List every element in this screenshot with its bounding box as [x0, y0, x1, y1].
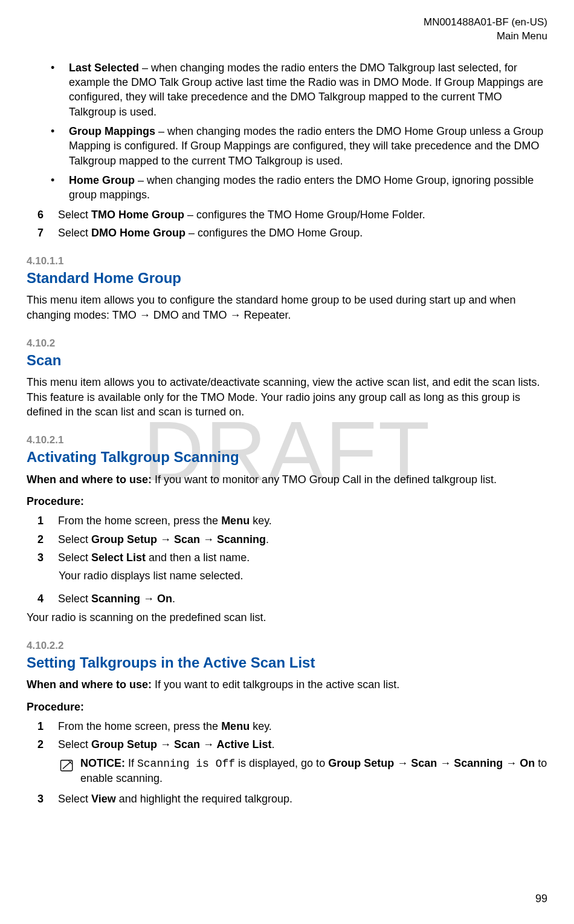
section-number: 4.10.1.1: [27, 255, 547, 268]
step-c: and then a list name.: [146, 551, 250, 564]
step-text: From the home screen, press the Menu key…: [58, 719, 272, 734]
step-number: 1: [37, 513, 58, 528]
when-where: When and where to use: If you want to ed…: [27, 677, 547, 692]
page-content: MN001488A01-BF (en-US) Main Menu • Last …: [27, 16, 547, 806]
bullet-term: Last Selected: [69, 62, 139, 74]
step-text: Select View and highlight the required t…: [58, 792, 292, 806]
step-c: key.: [250, 515, 272, 527]
section-title: Scan: [27, 351, 547, 370]
paragraph: This menu item allows you to configure t…: [27, 293, 547, 322]
bullet-item: • Group Mappings – when changing modes t…: [51, 124, 547, 168]
bullet-term: Home Group: [69, 174, 135, 186]
bullet-term: Group Mappings: [69, 125, 155, 137]
notice-text: NOTICE: If Scanning is Off is displayed,…: [80, 756, 547, 786]
step-b: Menu: [221, 720, 250, 732]
step-a: Select: [58, 738, 91, 750]
bullet-rest: – when changing modes the radio enters t…: [69, 174, 534, 201]
notice-b: is displayed, go to: [235, 757, 328, 769]
step-item: 1 From the home screen, press the Menu k…: [37, 513, 547, 528]
section-title: Standard Home Group: [27, 268, 547, 288]
step-text: Select DMO Home Group – configures the D…: [58, 226, 363, 240]
section-number: 4.10.2: [27, 337, 547, 351]
paragraph: This menu item allows you to activate/de…: [27, 375, 547, 419]
doc-section: Main Menu: [27, 30, 547, 44]
step-a: Select: [58, 551, 91, 564]
step-b: Scanning → On: [91, 593, 172, 605]
step-a: From the home screen, press the: [58, 515, 221, 527]
step-b: View: [91, 793, 116, 805]
when-label: When and where to use:: [27, 678, 152, 691]
step-a: Select: [58, 533, 91, 545]
step-number: 4: [37, 591, 58, 606]
step-a: Select: [58, 793, 91, 805]
step-b: Select List: [91, 551, 146, 564]
step-rest: – configures the TMO Home Group/Home Fol…: [184, 209, 425, 221]
step-c: .: [172, 593, 175, 605]
step-number: 2: [37, 737, 58, 752]
step-text: Select Group Setup → Scan → Active List.: [58, 737, 274, 752]
step-number: 1: [37, 719, 58, 734]
section-number: 4.10.2.2: [27, 639, 547, 653]
running-header: MN001488A01-BF (en-US) Main Menu: [27, 16, 547, 44]
step-text: From the home screen, press the Menu key…: [58, 513, 272, 528]
step-b: Group Setup → Scan → Scanning: [91, 533, 266, 545]
section-title: Activating Talkgroup Scanning: [27, 447, 547, 467]
step-a: From the home screen, press the: [58, 720, 221, 732]
notice-block: NOTICE: If Scanning is Off is displayed,…: [59, 756, 547, 786]
step-number: 6: [37, 207, 58, 222]
page-number: 99: [535, 891, 547, 906]
step-pre: Select: [58, 227, 91, 239]
procedure-list: 1 From the home screen, press the Menu k…: [37, 719, 547, 752]
notice-icon: [59, 756, 80, 778]
step-item: 3 Select Select List and then a list nam…: [37, 550, 547, 565]
section-title: Setting Talkgroups in the Active Scan Li…: [27, 653, 547, 672]
step-c: .: [266, 533, 269, 545]
procedure-list: 3 Select View and highlight the required…: [37, 792, 547, 806]
bullet-marker: •: [51, 124, 69, 168]
step-item: 2 Select Group Setup → Scan → Active Lis…: [37, 737, 547, 752]
step-item: 1 From the home screen, press the Menu k…: [37, 719, 547, 734]
bullet-text: Last Selected – when changing modes the …: [69, 60, 547, 119]
procedure-label: Procedure:: [27, 700, 547, 714]
notice-label: NOTICE:: [80, 757, 125, 769]
when-body: If you want to monitor any TMO Group Cal…: [152, 473, 497, 486]
when-body: If you want to edit talkgroups in the ac…: [152, 678, 399, 691]
procedure-label: Procedure:: [27, 494, 547, 509]
notice-a: If: [125, 757, 137, 769]
step-item: 6 Select TMO Home Group – configures the…: [37, 207, 547, 222]
bullet-text: Group Mappings – when changing modes the…: [69, 124, 547, 168]
procedure-list: 4 Select Scanning → On.: [37, 591, 547, 606]
bullet-marker: •: [51, 173, 69, 203]
step-item: 4 Select Scanning → On.: [37, 591, 547, 606]
step-bold: DMO Home Group: [91, 227, 185, 239]
step-text: Select TMO Home Group – configures the T…: [58, 207, 425, 222]
step-number: 2: [37, 532, 58, 547]
step-bold: TMO Home Group: [91, 209, 184, 221]
when-label: When and where to use:: [27, 473, 152, 486]
step-text: Select Select List and then a list name.: [58, 550, 250, 565]
bullet-marker: •: [51, 60, 69, 119]
step-pre: Select: [58, 209, 91, 221]
step-item: 2 Select Group Setup → Scan → Scanning.: [37, 532, 547, 547]
step-text: Select Group Setup → Scan → Scanning.: [58, 532, 269, 547]
section-number: 4.10.2.1: [27, 434, 547, 447]
step-number: 7: [37, 226, 58, 240]
numbered-list: 6 Select TMO Home Group – configures the…: [37, 207, 547, 241]
step-item: 7 Select DMO Home Group – configures the…: [37, 226, 547, 240]
bullet-text: Home Group – when changing modes the rad…: [69, 173, 547, 203]
step-c: key.: [250, 720, 272, 732]
step-text: Select Scanning → On.: [58, 591, 175, 606]
when-where: When and where to use: If you want to mo…: [27, 472, 547, 487]
step-item: 3 Select View and highlight the required…: [37, 792, 547, 806]
step-b: Menu: [221, 515, 250, 527]
step-a: Select: [58, 593, 91, 605]
step-number: 3: [37, 792, 58, 806]
step-number: 3: [37, 550, 58, 565]
step-b: Group Setup → Scan → Active List: [91, 738, 271, 750]
step-c: and highlight the required talkgroup.: [116, 793, 292, 805]
notice-bold2: Group Setup → Scan → Scanning → On: [328, 757, 535, 769]
bullet-item: • Home Group – when changing modes the r…: [51, 173, 547, 203]
step-c: .: [271, 738, 274, 750]
step-result: Your radio displays list name selected.: [59, 568, 547, 583]
notice-code: Scanning is Off: [137, 758, 235, 770]
